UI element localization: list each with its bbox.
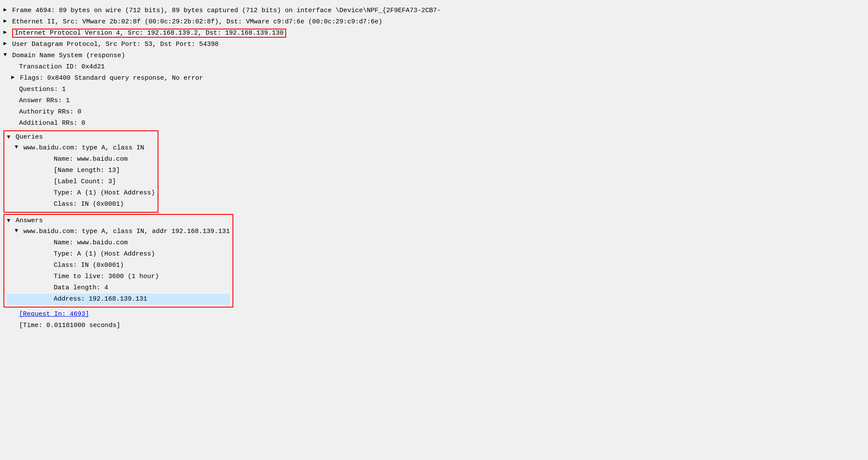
- dns-authority-rrs: Authority RRs: 0: [3, 107, 865, 118]
- ethernet-expander[interactable]: ▶: [3, 17, 11, 26]
- answers-data-length-text: Data length: 4: [54, 283, 108, 293]
- queries-label-count: [Label Count: 3]: [7, 176, 155, 188]
- frame-item: ▶ Frame 4694: 89 bytes on wire (712 bits…: [3, 5, 865, 16]
- queries-box: ▼ Queries ▼ www.baidu.com: type A, class…: [3, 130, 158, 213]
- request-in-link[interactable]: [Request In: 4693]: [19, 309, 89, 320]
- queries-type-text: Type: A (1) (Host Address): [54, 188, 155, 198]
- answers-label: Answers: [16, 216, 43, 226]
- answers-header: ▼ Answers: [7, 216, 230, 226]
- answers-address: Address: 192.168.139.131: [7, 294, 230, 305]
- dns-header-text: Domain Name System (response): [12, 51, 865, 61]
- answers-name: Name: www.baidu.com: [7, 237, 230, 249]
- time-text: [Time: 0.01181000 seconds]: [19, 321, 120, 331]
- answers-section-wrapper: ▼ Answers ▼ www.baidu.com: type A, class…: [3, 214, 865, 308]
- queries-class: Class: IN (0x0001): [7, 199, 155, 210]
- request-in-item: [Request In: 4693]: [3, 309, 865, 320]
- queries-sub-header: ▼ www.baidu.com: type A, class IN: [7, 143, 155, 154]
- queries-name-length: [Name Length: 13]: [7, 165, 155, 176]
- udp-text: User Datagram Protocol, Src Port: 53, Ds…: [12, 39, 865, 50]
- answers-type-text: Type: A (1) (Host Address): [54, 249, 155, 259]
- dns-flags-item: ▶ Flags: 0x8400 Standard query response,…: [3, 73, 865, 84]
- answers-ttl: Time to live: 3600 (1 hour): [7, 271, 230, 282]
- dns-flags-text: Flags: 0x8400 Standard query response, N…: [20, 73, 865, 84]
- dns-expander[interactable]: ▼: [3, 51, 11, 60]
- ipv4-text: Internet Protocol Version 4, Src: 192.16…: [12, 28, 865, 39]
- dns-answer-rrs-text: Answer RRs: 1: [19, 96, 865, 106]
- frame-text: Frame 4694: 89 bytes on wire (712 bits),…: [12, 6, 865, 16]
- ethernet-text: Ethernet II, Src: VMware 2b:02:8f (00:0c…: [12, 17, 865, 27]
- udp-expander[interactable]: ▶: [3, 39, 11, 49]
- queries-section-wrapper: ▼ Queries ▼ www.baidu.com: type A, class…: [3, 130, 865, 213]
- udp-item: ▶ User Datagram Protocol, Src Port: 53, …: [3, 39, 865, 50]
- frame-expander[interactable]: ▶: [3, 6, 11, 15]
- queries-type: Type: A (1) (Host Address): [7, 188, 155, 199]
- answers-expander[interactable]: ▼: [7, 217, 15, 226]
- ipv4-item: ▶ Internet Protocol Version 4, Src: 192.…: [3, 28, 865, 39]
- answers-data-length: Data length: 4: [7, 282, 230, 294]
- answers-ttl-text: Time to live: 3600 (1 hour): [54, 272, 159, 282]
- dns-additional-rrs: Additional RRs: 0: [3, 118, 865, 129]
- ethernet-item: ▶ Ethernet II, Src: VMware 2b:02:8f (00:…: [3, 16, 865, 28]
- dns-transaction-id: Transaction ID: 0x4d21: [3, 62, 865, 73]
- time-item: [Time: 0.01181000 seconds]: [3, 320, 865, 331]
- queries-sub-header-text: www.baidu.com: type A, class IN: [23, 143, 144, 153]
- queries-sub-expander[interactable]: ▼: [15, 143, 23, 152]
- answers-box: ▼ Answers ▼ www.baidu.com: type A, class…: [3, 214, 233, 308]
- dns-transaction-text: Transaction ID: 0x4d21: [19, 62, 865, 72]
- answers-class: Class: IN (0x0001): [7, 260, 230, 271]
- answers-name-text: Name: www.baidu.com: [54, 238, 128, 248]
- dns-answer-rrs: Answer RRs: 1: [3, 95, 865, 107]
- queries-name: Name: www.baidu.com: [7, 154, 155, 165]
- ipv4-expander[interactable]: ▶: [3, 28, 11, 37]
- dns-questions: Questions: 1: [3, 84, 865, 95]
- packet-tree: ▶ Frame 4694: 89 bytes on wire (712 bits…: [0, 3, 868, 333]
- queries-expander[interactable]: ▼: [7, 133, 15, 142]
- answers-sub-expander[interactable]: ▼: [15, 227, 23, 236]
- dns-flags-expander[interactable]: ▶: [11, 73, 19, 82]
- queries-header: ▼ Queries: [7, 132, 155, 143]
- dns-additional-rrs-text: Additional RRs: 0: [19, 118, 865, 129]
- queries-name-length-text: [Name Length: 13]: [54, 165, 120, 176]
- dns-questions-text: Questions: 1: [19, 84, 865, 95]
- answers-class-text: Class: IN (0x0001): [54, 260, 124, 271]
- queries-class-text: Class: IN (0x0001): [54, 199, 124, 210]
- queries-name-text: Name: www.baidu.com: [54, 154, 128, 165]
- dns-header-item: ▼ Domain Name System (response): [3, 50, 865, 62]
- answers-sub-header: ▼ www.baidu.com: type A, class IN, addr …: [7, 226, 230, 237]
- dns-authority-rrs-text: Authority RRs: 0: [19, 107, 865, 117]
- ipv4-box: Internet Protocol Version 4, Src: 192.16…: [12, 29, 286, 38]
- answers-address-text: Address: 192.168.139.131: [54, 294, 147, 305]
- answers-sub-header-text: www.baidu.com: type A, class IN, addr 19…: [23, 227, 230, 237]
- queries-label-count-text: [Label Count: 3]: [54, 177, 116, 187]
- queries-label: Queries: [16, 132, 43, 143]
- answers-type: Type: A (1) (Host Address): [7, 249, 230, 260]
